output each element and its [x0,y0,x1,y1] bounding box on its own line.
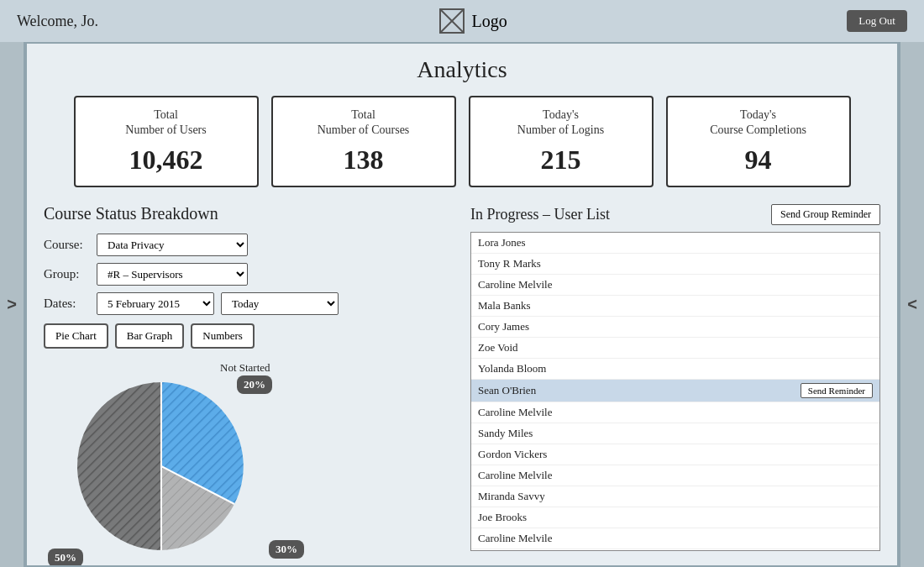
in-progress-label: In Progress [288,562,338,567]
user-list-item[interactable]: Cory James [471,317,879,338]
stat-value-1: 138 [290,144,438,176]
user-list-container[interactable]: Lora JonesTony R MarksCaroline MelvileMa… [470,232,880,551]
course-status-title: Course Status Breakdown [44,204,454,223]
user-list-header: In Progress – User List Send Group Remin… [470,204,880,225]
pie-chart-container: Not Started 20% In Progress 30% Complete… [44,357,346,567]
user-list-item[interactable]: Sandy Miles [471,423,879,444]
user-list-item[interactable]: Zoe Void [471,338,879,359]
stat-value-0: 10,462 [92,144,240,176]
user-name: Lora Jones [478,236,526,249]
stat-label-3: Today'sCourse Completions [685,108,832,138]
logo-icon [438,8,465,34]
stat-label-2: Today'sNumber of Logins [487,108,635,138]
course-form-row: Course: Data Privacy [44,234,454,256]
course-label: Course: [44,238,90,252]
pie-chart [77,382,245,550]
left-chevron-icon: > [7,295,17,314]
user-list-item[interactable]: Miranda Savvy [471,486,879,507]
user-name: Miranda Savvy [478,490,545,503]
left-sidebar-toggle[interactable]: > [0,42,25,567]
chart-btn-numbers[interactable]: Numbers [191,323,255,349]
user-list-item[interactable]: Mala Banks [471,296,879,317]
in-progress-title: In Progress – User List [470,206,610,223]
user-list-item[interactable]: Caroline Melvile [471,275,879,296]
user-name: Sean O'Brien [478,384,536,397]
user-name: Caroline Melvile [478,278,552,291]
user-list-item[interactable]: Joe Brooks [471,507,879,528]
user-name: Cory James [478,320,529,333]
user-list-item[interactable]: Gordon Vickers [471,444,879,465]
user-list-item[interactable]: Lora Jones [471,233,879,254]
group-select[interactable]: #R – Supervisors [97,263,248,286]
user-name: Zoe Void [478,341,518,354]
page-title: Analytics [44,56,880,83]
logout-button[interactable]: Log Out [847,10,907,32]
stat-card-1: TotalNumber of Courses 138 [271,96,456,187]
stats-row: TotalNumber of Users 10,462 TotalNumber … [44,96,880,187]
user-list-item[interactable]: Elena Spade [471,549,879,551]
stat-value-2: 215 [487,144,635,176]
group-form-row: Group: #R – Supervisors [44,263,454,286]
stat-label-1: TotalNumber of Courses [290,108,438,138]
group-label: Group: [44,267,90,281]
welcome-text: Welcome, Jo. [17,13,98,30]
logo-area: Logo [438,8,507,34]
chart-btn-bar-graph[interactable]: Bar Graph [115,323,185,349]
user-list-panel: In Progress – User List Send Group Remin… [470,204,880,567]
right-chevron-icon: < [907,295,917,314]
user-name: Mala Banks [478,299,530,312]
in-progress-pct: 30% [269,540,304,559]
chart-buttons: Pie ChartBar GraphNumbers [44,323,454,349]
not-started-pct: 20% [237,375,272,394]
date-from-select[interactable]: 5 February 2015 [97,292,214,315]
right-sidebar-toggle[interactable]: < [899,42,924,567]
user-name: Caroline Melvile [478,469,552,482]
send-group-reminder-button[interactable]: Send Group Reminder [771,204,880,225]
user-name: Sandy Miles [478,427,533,440]
dates-form-row: Dates: 5 February 2015 Today [44,292,454,315]
completed-pct: 50% [48,549,83,567]
user-list-item[interactable]: Yolanda Bloom [471,359,879,380]
user-name: Tony R Marks [478,257,541,270]
user-list-item[interactable]: Tony R Marks [471,254,879,275]
logo-text: Logo [472,12,507,31]
user-name: Caroline Melvile [478,532,552,545]
dates-label: Dates: [44,297,90,311]
stat-card-2: Today'sNumber of Logins 215 [469,96,654,187]
content-area: Analytics TotalNumber of Users 10,462 To… [25,42,899,567]
stat-card-0: TotalNumber of Users 10,462 [74,96,259,187]
user-list-item[interactable]: Caroline Melvile [471,465,879,486]
user-name: Yolanda Bloom [478,362,546,375]
course-status-panel: Course Status Breakdown Course: Data Pri… [44,204,454,567]
user-list-item[interactable]: Caroline Melvile [471,402,879,423]
stat-card-3: Today'sCourse Completions 94 [666,96,851,187]
course-select[interactable]: Data Privacy [97,234,248,256]
bottom-section: Course Status Breakdown Course: Data Pri… [44,204,880,567]
user-name: Gordon Vickers [478,448,547,461]
stat-value-3: 94 [685,144,832,176]
user-name: Caroline Melvile [478,406,552,419]
not-started-label: Not Started [220,361,270,375]
user-list-item[interactable]: Caroline Melvile [471,528,879,549]
stat-label-0: TotalNumber of Users [92,108,240,138]
date-to-select[interactable]: Today [221,292,339,315]
chart-btn-pie-chart[interactable]: Pie Chart [44,323,108,349]
user-list-item[interactable]: Sean O'BrienSend Reminder [471,380,879,402]
send-reminder-button[interactable]: Send Reminder [801,383,873,398]
user-name: Joe Brooks [478,511,527,524]
